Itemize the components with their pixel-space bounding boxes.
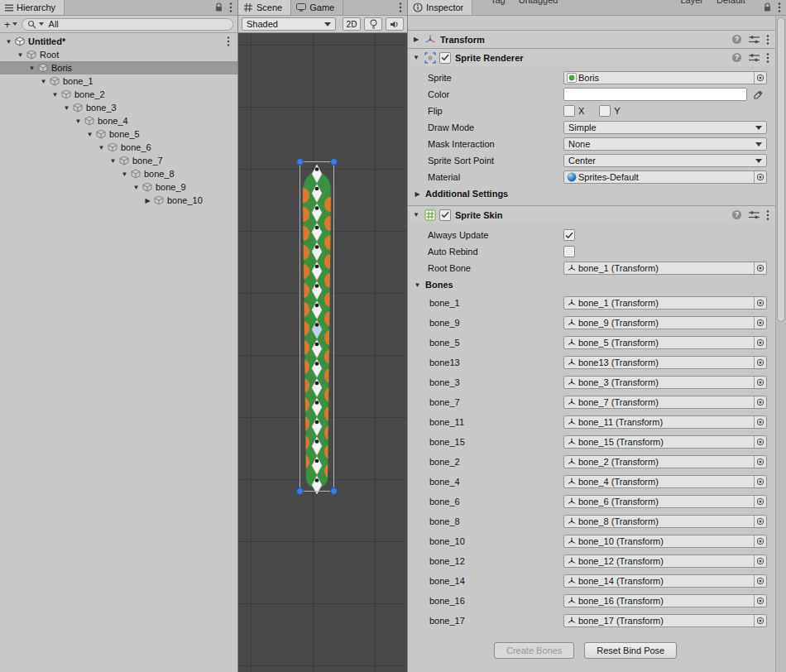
object-picker-icon[interactable] [754, 396, 766, 408]
sprite-skin-component-header[interactable]: ▼ Sprite Skin ? [408, 205, 775, 223]
sprite-renderer-component-header[interactable]: ▼ Sprite Renderer ? [408, 48, 775, 66]
foldout-arrow[interactable]: ▼ [108, 157, 118, 165]
tree-row[interactable]: ▼ bone_5 [0, 127, 237, 141]
selection-handle-bottom-left[interactable] [297, 488, 304, 495]
create-bones-button[interactable]: Create Bones [494, 642, 574, 659]
kebab-menu-icon[interactable] [766, 34, 769, 46]
tab-game[interactable]: Game [291, 0, 343, 15]
object-picker-icon[interactable] [754, 456, 766, 468]
preset-icon[interactable] [749, 53, 760, 63]
help-icon[interactable]: ? [731, 34, 742, 45]
foldout-arrow[interactable]: ▶ [412, 190, 423, 198]
bone-object-field[interactable]: bone_1 (Transform) [563, 296, 767, 310]
bone-object-field[interactable]: bone_5 (Transform) [563, 336, 767, 349]
shading-mode-dropdown[interactable]: Shaded [242, 17, 336, 31]
object-picker-icon[interactable] [754, 72, 766, 84]
tree-row[interactable]: ▼ bone_9 [0, 180, 237, 194]
bone-object-field[interactable]: bone_12 (Transform) [563, 554, 767, 568]
auto-rebind-checkbox[interactable] [563, 246, 575, 257]
bone-object-field[interactable]: bone_10 (Transform) [563, 535, 767, 548]
preset-icon[interactable] [749, 210, 760, 220]
kebab-menu-icon[interactable] [766, 52, 769, 64]
kebab-menu-icon[interactable] [229, 2, 232, 13]
scene-audio-button[interactable] [386, 17, 404, 31]
object-picker-icon[interactable] [754, 377, 766, 388]
foldout-arrow[interactable]: ▼ [96, 144, 107, 151]
object-picker-icon[interactable] [754, 595, 766, 607]
sprite-sort-point-dropdown[interactable]: Center [563, 154, 767, 167]
foldout-arrow[interactable]: ▼ [38, 78, 49, 85]
object-picker-icon[interactable] [754, 615, 766, 626]
always-update-checkbox[interactable] [563, 229, 575, 241]
object-picker-icon[interactable] [754, 476, 766, 487]
lock-icon[interactable] [214, 2, 223, 12]
bone-object-field[interactable]: bone_9 (Transform) [563, 316, 767, 329]
bone-object-field[interactable]: bone_2 (Transform) [563, 455, 767, 468]
layer-dropdown[interactable]: Default [717, 0, 745, 5]
foldout-arrow[interactable]: ▼ [131, 184, 141, 191]
foldout-arrow[interactable]: ▼ [84, 131, 95, 138]
kebab-menu-icon[interactable] [227, 36, 237, 47]
selection-handle-top-left[interactable] [297, 159, 304, 166]
scene-lighting-button[interactable] [364, 17, 382, 31]
foldout-arrow[interactable]: ▶ [411, 36, 421, 43]
tag-dropdown[interactable]: Untagged [519, 0, 558, 5]
reset-bind-pose-button[interactable]: Reset Bind Pose [584, 642, 677, 659]
material-object-field[interactable]: Sprites-Default [563, 170, 767, 184]
foldout-arrow[interactable]: ▼ [411, 211, 421, 218]
create-object-button[interactable]: + [4, 18, 17, 31]
help-icon[interactable]: ? [731, 52, 742, 63]
preset-icon[interactable] [749, 35, 760, 45]
foldout-arrow[interactable]: ▼ [3, 38, 14, 46]
draw-mode-dropdown[interactable]: Simple [563, 121, 767, 134]
transform-component-header[interactable]: ▶ Transform ? [408, 30, 775, 48]
tree-row[interactable]: ▼ bone_7 [0, 154, 237, 167]
bone-object-field[interactable]: bone_17 (Transform) [563, 614, 767, 627]
tree-row[interactable]: ▼ Untitled* [0, 35, 237, 48]
tree-row[interactable]: ▼ bone_6 [0, 141, 237, 154]
kebab-menu-icon[interactable] [766, 209, 769, 221]
bone-object-field[interactable]: bone_4 (Transform) [563, 475, 767, 488]
mask-interaction-dropdown[interactable]: None [563, 137, 767, 151]
object-picker-icon[interactable] [754, 516, 766, 527]
scene-canvas[interactable] [238, 33, 407, 672]
object-picker-icon[interactable] [754, 555, 766, 567]
bone-object-field[interactable]: bone_7 (Transform) [563, 396, 767, 409]
component-enabled-checkbox[interactable] [439, 52, 451, 64]
bone-object-field[interactable]: bone_11 (Transform) [563, 415, 767, 429]
object-picker-icon[interactable] [754, 297, 766, 309]
foldout-arrow[interactable]: ▼ [73, 118, 84, 125]
object-picker-icon[interactable] [754, 436, 766, 448]
help-icon[interactable]: ? [731, 209, 742, 220]
tab-hierarchy[interactable]: Hierarchy [0, 0, 65, 15]
hierarchy-search-input[interactable]: All [22, 18, 233, 31]
component-enabled-checkbox[interactable] [439, 209, 451, 221]
tree-row[interactable]: ▼ Root [0, 48, 237, 61]
bone-object-field[interactable]: bone_14 (Transform) [563, 574, 767, 588]
foldout-arrow[interactable]: ▼ [412, 281, 423, 289]
inspector-scrollbar[interactable] [775, 16, 786, 672]
object-picker-icon[interactable] [754, 496, 766, 507]
tab-inspector[interactable]: Inspector [408, 0, 472, 15]
bones-foldout[interactable]: ▼ Bones [408, 276, 775, 293]
color-swatch[interactable] [563, 88, 747, 101]
bone-object-field[interactable]: bone_16 (Transform) [563, 594, 767, 607]
scrollbar-thumb[interactable] [777, 17, 785, 322]
tree-row[interactable]: ▼ bone_2 [0, 88, 237, 101]
object-picker-icon[interactable] [754, 357, 766, 368]
object-picker-icon[interactable] [754, 262, 766, 274]
tree-row[interactable]: ▼ Boris [0, 61, 237, 74]
2d-toggle-button[interactable]: 2D [343, 17, 361, 31]
tree-row[interactable]: ▼ bone_8 [0, 167, 237, 180]
object-picker-icon[interactable] [754, 535, 766, 547]
scene-viewport[interactable] [238, 33, 407, 672]
foldout-arrow[interactable]: ▼ [50, 91, 60, 98]
tree-row[interactable]: ▼ bone_3 [0, 101, 237, 114]
kebab-menu-icon[interactable] [778, 2, 781, 13]
selection-handle-top-right[interactable] [331, 159, 338, 166]
foldout-arrow[interactable]: ▼ [119, 170, 130, 178]
bone-object-field[interactable]: bone_6 (Transform) [563, 495, 767, 508]
object-picker-icon[interactable] [754, 337, 766, 348]
lock-icon[interactable] [763, 2, 772, 12]
bone-object-field[interactable]: bone_15 (Transform) [563, 435, 767, 449]
